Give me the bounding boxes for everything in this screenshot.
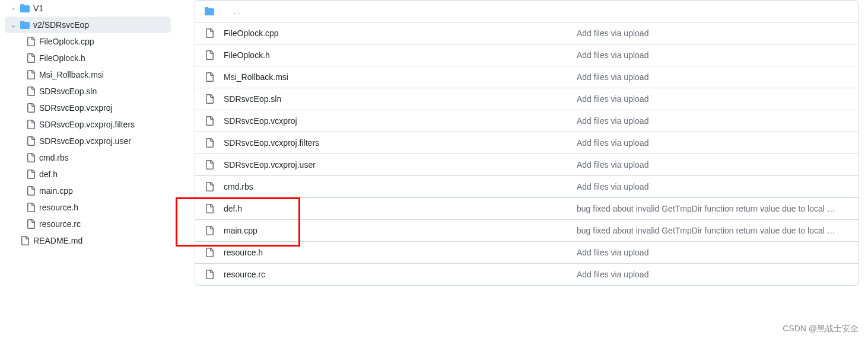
file-name[interactable]: FileOplock.cpp: [224, 28, 577, 38]
file-icon: [205, 94, 214, 104]
table-row[interactable]: FileOplock.hAdd files via upload: [195, 44, 858, 66]
tree-item-label: v2/SDRsvcEop: [33, 20, 89, 30]
file-name[interactable]: def.h: [224, 204, 577, 213]
tree-file-8[interactable]: SDRsvcEop.vcxproj.user: [5, 133, 171, 149]
file-icon: [205, 72, 214, 82]
app-container: ›V1⌄v2/SDRsvcEopFileOplock.cppFileOplock…: [0, 0, 868, 339]
commit-message[interactable]: Add files via upload: [577, 28, 848, 38]
tree-item-label: FileOplock.h: [39, 53, 85, 63]
file-icon: [205, 270, 214, 279]
file-icon: [26, 136, 36, 146]
chevron-down-icon[interactable]: ⌄: [9, 21, 17, 29]
commit-message[interactable]: Add files via upload: [577, 50, 848, 60]
watermark-text: CSDN @黑战士安全: [783, 324, 859, 334]
table-row[interactable]: main.cppbug fixed about invalid GetTmpDi…: [195, 219, 858, 241]
file-icon: [26, 87, 36, 96]
tree-folder-1[interactable]: ⌄v2/SDRsvcEop: [5, 17, 171, 33]
tree-file-9[interactable]: cmd.rbs: [5, 149, 171, 166]
tree-file-4[interactable]: Msi_Rollback.msi: [5, 66, 171, 83]
chevron-right-icon[interactable]: ›: [9, 5, 17, 12]
table-row[interactable]: SDRsvcEop.vcxproj.userAdd files via uplo…: [195, 153, 858, 175]
file-icon: [26, 53, 36, 63]
file-name[interactable]: resource.rc: [224, 270, 577, 279]
commit-message[interactable]: Add files via upload: [577, 94, 848, 104]
file-tree-sidebar: ›V1⌄v2/SDRsvcEopFileOplock.cppFileOplock…: [0, 0, 176, 339]
folder-icon: [20, 4, 30, 13]
tree-item-label: SDRsvcEop.vcxproj: [39, 103, 113, 113]
file-name[interactable]: cmd.rbs: [224, 182, 577, 191]
table-row[interactable]: FileOplock.cppAdd files via upload: [195, 22, 858, 44]
file-icon: [205, 116, 214, 126]
tree-file-7[interactable]: SDRsvcEop.vcxproj.filters: [5, 116, 171, 133]
tree-file-3[interactable]: FileOplock.h: [5, 50, 171, 66]
tree-file-13[interactable]: resource.rc: [5, 216, 171, 232]
file-icon: [205, 28, 214, 38]
file-name[interactable]: SDRsvcEop.vcxproj.filters: [224, 138, 577, 148]
tree-item-label: cmd.rbs: [39, 153, 69, 162]
file-icon: [26, 153, 36, 162]
table-row[interactable]: SDRsvcEop.vcxprojAdd files via upload: [195, 110, 858, 132]
table-row[interactable]: SDRsvcEop.vcxproj.filtersAdd files via u…: [195, 132, 858, 153]
tree-file-14[interactable]: README.md: [5, 232, 171, 249]
table-row[interactable]: resource.rcAdd files via upload: [195, 263, 858, 285]
commit-message[interactable]: Add files via upload: [577, 182, 848, 191]
file-name[interactable]: resource.h: [224, 248, 577, 257]
tree-item-label: SDRsvcEop.sln: [39, 87, 97, 96]
folder-icon: [205, 7, 214, 16]
tree-item-label: SDRsvcEop.vcxproj.user: [39, 136, 131, 146]
file-name[interactable]: Msi_Rollback.msi: [224, 72, 577, 82]
tree-item-label: resource.rc: [39, 219, 81, 229]
parent-directory-row[interactable]: . .: [195, 0, 858, 22]
tree-item-label: def.h: [39, 170, 58, 179]
commit-message[interactable]: Add files via upload: [577, 72, 848, 82]
file-icon: [26, 203, 36, 212]
tree-item-label: SDRsvcEop.vcxproj.filters: [39, 120, 135, 129]
table-row[interactable]: Msi_Rollback.msiAdd files via upload: [195, 66, 858, 88]
file-icon: [205, 50, 214, 60]
file-name[interactable]: SDRsvcEop.vcxproj: [224, 116, 577, 126]
file-icon: [205, 248, 214, 257]
tree-item-label: FileOplock.cpp: [39, 37, 94, 46]
tree-file-12[interactable]: resource.h: [5, 199, 171, 216]
tree-item-label: V1: [33, 4, 43, 13]
folder-icon: [20, 20, 30, 30]
file-icon: [26, 37, 36, 46]
file-icon: [26, 219, 36, 229]
commit-message[interactable]: Add files via upload: [577, 248, 848, 257]
commit-message[interactable]: bug fixed about invalid GetTmpDir functi…: [577, 226, 848, 235]
file-name[interactable]: SDRsvcEop.sln: [224, 94, 577, 104]
tree-file-6[interactable]: SDRsvcEop.vcxproj: [5, 100, 171, 116]
table-row[interactable]: resource.hAdd files via upload: [195, 241, 858, 263]
commit-message[interactable]: Add files via upload: [577, 138, 848, 148]
tree-file-2[interactable]: FileOplock.cpp: [5, 33, 171, 50]
tree-item-label: README.md: [33, 236, 82, 245]
tree-item-label: resource.h: [39, 203, 78, 212]
file-name[interactable]: main.cpp: [224, 226, 577, 235]
commit-message[interactable]: Add files via upload: [577, 116, 848, 126]
commit-message[interactable]: Add files via upload: [577, 160, 848, 170]
tree-item-label: main.cpp: [39, 186, 73, 196]
tree-file-10[interactable]: def.h: [5, 166, 171, 183]
file-icon: [26, 170, 36, 179]
file-icon: [26, 120, 36, 129]
main-content: . . FileOplock.cppAdd files via uploadFi…: [176, 0, 868, 339]
file-icon: [205, 182, 214, 191]
tree-file-11[interactable]: main.cpp: [5, 183, 171, 199]
file-name[interactable]: SDRsvcEop.vcxproj.user: [224, 160, 577, 170]
table-row[interactable]: SDRsvcEop.slnAdd files via upload: [195, 88, 858, 110]
file-name[interactable]: FileOplock.h: [224, 50, 577, 60]
file-icon: [20, 236, 30, 245]
file-table: . . FileOplock.cppAdd files via uploadFi…: [195, 0, 859, 286]
file-icon: [205, 138, 214, 148]
tree-item-label: Msi_Rollback.msi: [39, 70, 104, 79]
table-row[interactable]: cmd.rbsAdd files via upload: [195, 175, 858, 197]
tree-file-5[interactable]: SDRsvcEop.sln: [5, 83, 171, 100]
commit-message[interactable]: bug fixed about invalid GetTmpDir functi…: [577, 204, 848, 213]
file-icon: [205, 204, 214, 213]
file-icon: [26, 103, 36, 113]
file-icon: [26, 70, 36, 79]
table-row[interactable]: def.hbug fixed about invalid GetTmpDir f…: [195, 197, 858, 219]
file-icon: [205, 160, 214, 170]
commit-message[interactable]: Add files via upload: [577, 270, 848, 279]
tree-folder-0[interactable]: ›V1: [5, 0, 171, 17]
